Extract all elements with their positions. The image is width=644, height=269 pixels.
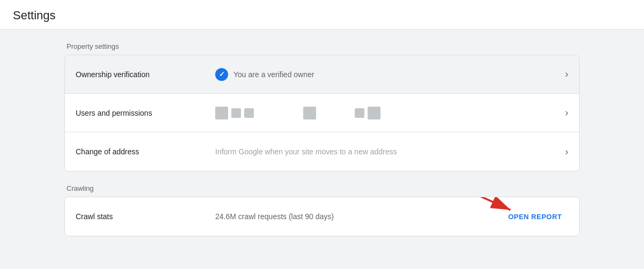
property-settings-card: Ownership verification You are a verifie… bbox=[64, 55, 580, 171]
crawl-stats-row: Crawl stats 24.6M crawl requests (last 9… bbox=[65, 197, 579, 236]
avatar-5 bbox=[355, 108, 364, 118]
ownership-verification-chevron: › bbox=[565, 69, 568, 80]
ownership-verification-row[interactable]: Ownership verification You are a verifie… bbox=[65, 55, 579, 94]
property-settings-section: Property settings Ownership verification… bbox=[64, 42, 580, 171]
page-title: Settings bbox=[13, 9, 631, 23]
open-report-button[interactable]: OPEN REPORT bbox=[502, 208, 568, 225]
change-of-address-row[interactable]: Change of address Inform Google when you… bbox=[65, 132, 579, 171]
verified-text: You are a verified owner bbox=[233, 70, 314, 79]
crawling-card: Crawl stats 24.6M crawl requests (last 9… bbox=[64, 197, 580, 236]
crawling-section: Crawling Crawl stats 24.6M crawl request… bbox=[64, 184, 580, 236]
chevron-icon-3: › bbox=[565, 146, 568, 158]
users-permissions-content bbox=[215, 107, 565, 119]
users-permissions-row[interactable]: Users and permissions › bbox=[65, 94, 579, 132]
change-of-address-content: Inform Google when your site moves to a … bbox=[215, 147, 565, 156]
change-of-address-description: Inform Google when your site moves to a … bbox=[215, 147, 397, 156]
page-header: Settings bbox=[0, 0, 644, 29]
property-settings-label: Property settings bbox=[64, 42, 580, 50]
open-report-action: OPEN REPORT bbox=[502, 208, 568, 225]
verified-icon bbox=[215, 68, 228, 81]
content-area: Property settings Ownership verification… bbox=[0, 29, 644, 262]
ownership-verification-content: You are a verified owner bbox=[215, 68, 565, 81]
ownership-verification-title: Ownership verification bbox=[76, 70, 215, 79]
crawl-stats-title: Crawl stats bbox=[76, 212, 215, 221]
avatar-1 bbox=[215, 107, 228, 119]
users-permissions-title: Users and permissions bbox=[76, 109, 215, 117]
crawl-stats-info: 24.6M crawl requests (last 90 days) bbox=[215, 212, 502, 221]
crawling-label: Crawling bbox=[64, 184, 580, 192]
change-of-address-chevron: › bbox=[565, 146, 568, 158]
change-of-address-title: Change of address bbox=[76, 147, 215, 156]
avatar-6 bbox=[368, 107, 380, 119]
users-avatars bbox=[215, 107, 380, 119]
chevron-icon: › bbox=[565, 69, 568, 80]
chevron-icon-2: › bbox=[565, 107, 568, 118]
avatar-4 bbox=[303, 107, 316, 119]
avatar-3 bbox=[244, 108, 254, 118]
users-permissions-chevron: › bbox=[565, 107, 568, 118]
avatar-2 bbox=[231, 108, 241, 118]
